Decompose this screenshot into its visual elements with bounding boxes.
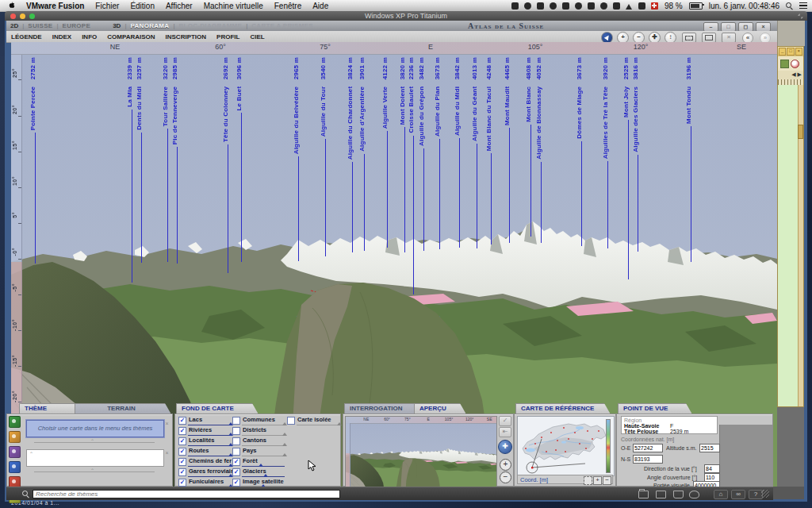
phone-icon[interactable] [600,2,607,10]
tab-2d[interactable]: 2D [10,22,18,29]
flags-icon[interactable] [9,461,21,473]
layer-slider[interactable] [242,456,285,456]
zoom-out-button[interactable]: − [500,471,511,483]
zoom-in-button[interactable]: + [500,459,511,471]
layer-slider[interactable] [188,425,231,425]
spotlight-icon[interactable] [786,2,793,10]
atlas-menu-item[interactable]: COMPARAISON [107,33,155,40]
fullscreen-button[interactable] [584,476,592,485]
print-icon[interactable] [673,491,684,498]
layer-checkbox[interactable]: ✓ [178,479,186,487]
xp-tool-icon[interactable] [780,60,789,68]
tab-carte-reference[interactable]: CARTE DE RÉFÉRENCE [515,403,611,414]
panorama-preview[interactable]: NE60°75°E105°120°SE [345,416,497,487]
display-icon[interactable] [511,2,519,10]
slider-thumb[interactable] [282,453,287,456]
tab-interrogation[interactable]: INTERROGATION [344,403,422,414]
atlas-menu-item[interactable]: INSCRIPTION [166,33,207,40]
theme-map-select[interactable]: Choisir une carte dans le menu des thème… [26,420,164,437]
mac-menu-item[interactable]: Aide [312,2,328,10]
tab-point-de-vue[interactable]: POINT DE VUE [618,403,692,414]
layer-checkbox[interactable]: ✓ [232,458,240,466]
layer-checkbox[interactable] [232,427,240,435]
expand-icon[interactable]: ⌃ [90,468,94,473]
layer-slider[interactable] [242,445,285,446]
layer-checkbox[interactable] [232,437,240,445]
layer-checkbox[interactable]: ✓ [178,437,186,445]
tab-carte-a-prismes[interactable]: CARTE A PRISMES [251,22,313,29]
reset-button[interactable]: ⇤ [499,427,511,437]
link-button[interactable]: ∞ [731,490,745,499]
atlas-menu-item[interactable]: INDEX [52,33,71,40]
atlas-menu-item[interactable]: CIEL [250,33,264,40]
layer-checkbox[interactable]: ✓ [232,468,240,476]
slider-thumb[interactable] [282,433,287,436]
upload-icon[interactable] [588,2,595,10]
maximize-button[interactable]: ◻ [738,22,753,32]
atlas-menu-item[interactable]: PROFIL [216,33,239,40]
slider-thumb[interactable] [263,474,268,477]
slider-thumb[interactable] [337,422,342,425]
spaces-icon[interactable] [562,2,569,10]
layer-checkbox[interactable] [232,417,240,425]
tab-bloc-diagramme[interactable]: BLOC-DIAGRAMME [178,22,242,29]
layer-slider[interactable] [188,456,231,456]
pan-mode-button[interactable]: ✚ [498,440,512,454]
layer-slider[interactable] [242,476,285,477]
apple-icon[interactable] [8,2,15,10]
mac-app-menu[interactable]: VMware Fusion [26,2,84,10]
altitude-field[interactable] [699,444,720,452]
layer-checkbox[interactable]: ✓ [178,448,186,456]
expand-icon[interactable]: ⌃ [90,438,94,444]
layer-slider[interactable] [188,445,231,446]
layer-slider[interactable] [188,435,231,436]
zoom-out-button[interactable]: − [603,476,611,485]
layer-checkbox[interactable] [232,448,240,456]
dropbox-icon[interactable] [524,2,531,10]
tab-suisse[interactable]: SUISSE [28,22,52,29]
layer-checkbox[interactable]: ✓ [232,479,240,487]
layer-slider[interactable] [242,435,285,436]
fan-icon[interactable] [550,2,557,10]
direction-field[interactable] [704,464,720,473]
xp-side-window[interactable]: _□× ◀ ▶ [777,46,804,407]
swiss-flag-icon[interactable] [651,2,658,10]
tab-3d[interactable]: 3D [113,22,121,29]
tab-fond-de-carte[interactable]: FOND DE CARTE [176,403,259,414]
xp-titlebar[interactable]: _□× [778,47,803,56]
notification-center-icon[interactable] [799,2,807,9]
xp-clock-icon[interactable] [791,60,799,68]
xp-close-button[interactable]: × [795,48,802,56]
slider-thumb[interactable] [259,464,263,467]
layer-slider[interactable] [242,425,285,425]
restore-button[interactable]: □ [721,22,736,32]
oe-field[interactable] [633,444,663,452]
layer-slider[interactable] [242,466,285,467]
atlas-menu-item[interactable]: INFO [82,33,97,40]
save-icon[interactable] [656,491,666,498]
slider-thumb[interactable] [282,443,287,446]
mac-menu-item[interactable]: Fichier [95,2,119,10]
layer-checkbox[interactable]: ✓ [178,468,186,476]
xp-maximize-button[interactable]: □ [787,48,794,56]
layer-checkbox[interactable]: ✓ [178,458,186,466]
mac-menu-item[interactable]: Afficher [166,2,193,10]
xp-nav-arrows[interactable]: ◀ ▶ [778,71,803,79]
open-icon[interactable] [638,491,649,498]
ns-field[interactable] [633,455,663,464]
layer-slider[interactable] [297,425,339,425]
tab-apercu[interactable]: APERÇU [414,403,466,414]
bluetooth-icon[interactable] [613,2,620,10]
layer-slider[interactable] [188,466,231,467]
home-button[interactable]: ⌂ [714,490,728,499]
wifi-icon[interactable] [626,2,633,10]
theme-search-input[interactable] [33,490,340,498]
layer-checkbox[interactable] [287,417,295,425]
geology-icon[interactable] [9,446,21,458]
zoom-in-button[interactable]: + [593,476,602,485]
clear-selection-icon[interactable]: × [164,421,170,426]
minimize-button[interactable]: – [703,22,718,32]
xp-scrollbar[interactable] [798,85,803,406]
mac-menu-item[interactable]: Édition [130,2,155,10]
clear-selection-icon[interactable]: × [164,450,170,456]
